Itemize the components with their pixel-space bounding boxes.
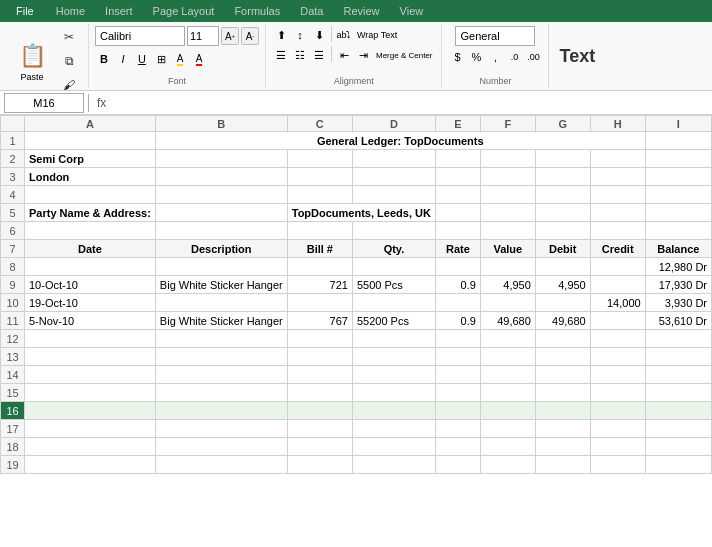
tab-view[interactable]: View: [390, 3, 434, 19]
cell-c5[interactable]: TopDocuments, Leeds, UK: [287, 204, 435, 222]
cell-h6[interactable]: [590, 222, 645, 240]
merge-center-button[interactable]: Merge & Center: [373, 46, 435, 64]
col-header-i[interactable]: I: [645, 116, 711, 132]
increase-indent-button[interactable]: ⇥: [354, 46, 372, 64]
cell-a10[interactable]: 19-Oct-10: [25, 294, 156, 312]
formula-input[interactable]: [114, 93, 708, 113]
cell-c6[interactable]: [287, 222, 352, 240]
cell-a2[interactable]: Semi Corp: [25, 150, 156, 168]
cell-f5[interactable]: [480, 204, 535, 222]
cell-d8[interactable]: [352, 258, 435, 276]
cell-h4[interactable]: [590, 186, 645, 204]
cell-f4[interactable]: [480, 186, 535, 204]
cell-e7[interactable]: Rate: [435, 240, 480, 258]
cell-d6[interactable]: [352, 222, 435, 240]
cell-f6[interactable]: [480, 222, 535, 240]
cell-h11[interactable]: [590, 312, 645, 330]
cell-h2[interactable]: [590, 150, 645, 168]
cell-e10[interactable]: [435, 294, 480, 312]
cell-g5[interactable]: [535, 204, 590, 222]
increase-font-button[interactable]: A+: [221, 27, 239, 45]
cell-g8[interactable]: [535, 258, 590, 276]
cell-e5[interactable]: [435, 204, 480, 222]
cell-h3[interactable]: [590, 168, 645, 186]
cell-c10[interactable]: [287, 294, 352, 312]
italic-button[interactable]: I: [114, 50, 132, 68]
cell-c2[interactable]: [287, 150, 352, 168]
col-header-g[interactable]: G: [535, 116, 590, 132]
cell-f8[interactable]: [480, 258, 535, 276]
cell-g10[interactable]: [535, 294, 590, 312]
cell-f11[interactable]: 49,680: [480, 312, 535, 330]
align-top-button[interactable]: ⬆: [272, 26, 290, 44]
decrease-decimal-button[interactable]: .00: [524, 48, 542, 66]
cell-i5[interactable]: [645, 204, 711, 222]
decrease-indent-button[interactable]: ⇤: [335, 46, 353, 64]
align-bottom-button[interactable]: ⬇: [310, 26, 328, 44]
cell-b11[interactable]: Big White Sticker Hanger: [155, 312, 287, 330]
col-header-d[interactable]: D: [352, 116, 435, 132]
currency-button[interactable]: $: [448, 48, 466, 66]
col-header-e[interactable]: E: [435, 116, 480, 132]
cell-f9[interactable]: 4,950: [480, 276, 535, 294]
cell-f10[interactable]: [480, 294, 535, 312]
align-center-button[interactable]: ☷: [291, 46, 309, 64]
cell-a3[interactable]: London: [25, 168, 156, 186]
cell-b9[interactable]: Big White Sticker Hanger: [155, 276, 287, 294]
underline-button[interactable]: U: [133, 50, 151, 68]
cell-i11[interactable]: 53,610 Dr: [645, 312, 711, 330]
cell-c7[interactable]: Bill #: [287, 240, 352, 258]
cell-c3[interactable]: [287, 168, 352, 186]
cell-e6[interactable]: [435, 222, 480, 240]
cell-e2[interactable]: [435, 150, 480, 168]
increase-decimal-button[interactable]: .0: [505, 48, 523, 66]
cell-e3[interactable]: [435, 168, 480, 186]
cell-i3[interactable]: [645, 168, 711, 186]
cell-f2[interactable]: [480, 150, 535, 168]
cell-i6[interactable]: [645, 222, 711, 240]
cell-d4[interactable]: [352, 186, 435, 204]
align-right-button[interactable]: ☰: [310, 46, 328, 64]
cell-e9[interactable]: 0.9: [435, 276, 480, 294]
cell-a12[interactable]: [25, 330, 156, 348]
cell-g9[interactable]: 4,950: [535, 276, 590, 294]
cell-g4[interactable]: [535, 186, 590, 204]
cell-i10[interactable]: 3,930 Dr: [645, 294, 711, 312]
angle-text-button[interactable]: ab⤵: [335, 26, 353, 44]
cell-f3[interactable]: [480, 168, 535, 186]
cell-a11[interactable]: 5-Nov-10: [25, 312, 156, 330]
formula-symbol[interactable]: fx: [93, 96, 110, 110]
cell-b5[interactable]: [155, 204, 287, 222]
cut-button[interactable]: ✂: [56, 26, 82, 48]
cell-g7[interactable]: Debit: [535, 240, 590, 258]
cell-c9[interactable]: 721: [287, 276, 352, 294]
col-header-f[interactable]: F: [480, 116, 535, 132]
cell-a8[interactable]: [25, 258, 156, 276]
tab-formulas[interactable]: Formulas: [224, 3, 290, 19]
cell-h7[interactable]: Credit: [590, 240, 645, 258]
cell-h9[interactable]: [590, 276, 645, 294]
cell-i9[interactable]: 17,930 Dr: [645, 276, 711, 294]
file-menu-button[interactable]: File: [8, 3, 42, 19]
tab-insert[interactable]: Insert: [95, 3, 143, 19]
cell-a5[interactable]: Party Name & Address:: [25, 204, 156, 222]
cell-g3[interactable]: [535, 168, 590, 186]
cell-g6[interactable]: [535, 222, 590, 240]
tab-data[interactable]: Data: [290, 3, 333, 19]
decrease-font-button[interactable]: A-: [241, 27, 259, 45]
cell-d2[interactable]: [352, 150, 435, 168]
paste-button[interactable]: 📋 Paste: [10, 38, 54, 84]
cell-h5[interactable]: [590, 204, 645, 222]
cell-a7[interactable]: Date: [25, 240, 156, 258]
col-header-b[interactable]: B: [155, 116, 287, 132]
cell-d9[interactable]: 5500 Pcs: [352, 276, 435, 294]
font-name-input[interactable]: [95, 26, 185, 46]
cell-i2[interactable]: [645, 150, 711, 168]
cell-c11[interactable]: 767: [287, 312, 352, 330]
cell-b8[interactable]: [155, 258, 287, 276]
copy-button[interactable]: ⧉: [56, 50, 82, 72]
cell-g2[interactable]: [535, 150, 590, 168]
tab-page-layout[interactable]: Page Layout: [143, 3, 225, 19]
cell-b3[interactable]: [155, 168, 287, 186]
bold-button[interactable]: B: [95, 50, 113, 68]
